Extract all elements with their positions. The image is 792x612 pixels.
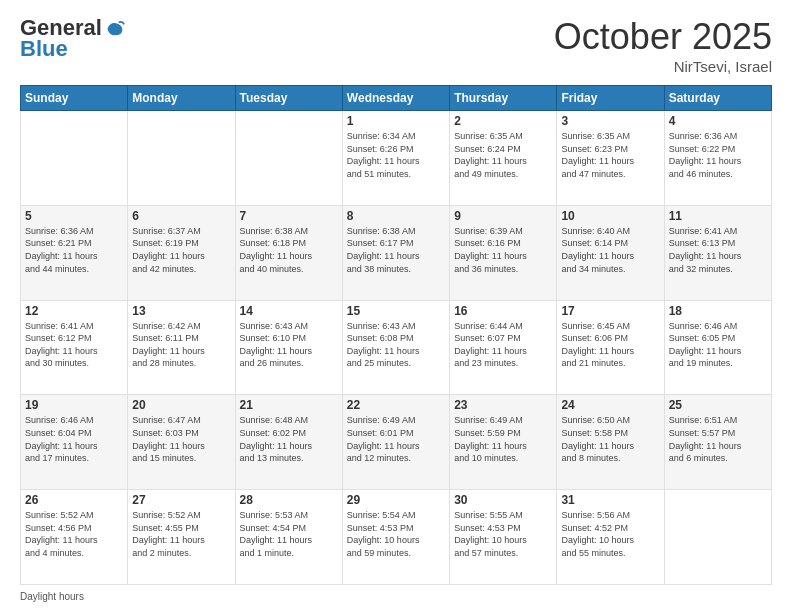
day-info: Sunrise: 6:47 AM Sunset: 6:03 PM Dayligh… xyxy=(132,414,230,464)
calendar-cell: 9Sunrise: 6:39 AM Sunset: 6:16 PM Daylig… xyxy=(450,205,557,300)
day-number: 4 xyxy=(669,114,767,128)
day-number: 6 xyxy=(132,209,230,223)
logo: General Blue xyxy=(20,16,126,62)
calendar-cell: 8Sunrise: 6:38 AM Sunset: 6:17 PM Daylig… xyxy=(342,205,449,300)
day-number: 17 xyxy=(561,304,659,318)
month-title: October 2025 xyxy=(554,16,772,58)
day-number: 7 xyxy=(240,209,338,223)
day-info: Sunrise: 6:51 AM Sunset: 5:57 PM Dayligh… xyxy=(669,414,767,464)
day-info: Sunrise: 6:50 AM Sunset: 5:58 PM Dayligh… xyxy=(561,414,659,464)
location: NirTsevi, Israel xyxy=(554,58,772,75)
day-info: Sunrise: 6:39 AM Sunset: 6:16 PM Dayligh… xyxy=(454,225,552,275)
day-info: Sunrise: 6:35 AM Sunset: 6:23 PM Dayligh… xyxy=(561,130,659,180)
day-number: 8 xyxy=(347,209,445,223)
footer: Daylight hours xyxy=(20,591,772,602)
day-info: Sunrise: 6:42 AM Sunset: 6:11 PM Dayligh… xyxy=(132,320,230,370)
calendar-cell: 25Sunrise: 6:51 AM Sunset: 5:57 PM Dayli… xyxy=(664,395,771,490)
week-row-2: 5Sunrise: 6:36 AM Sunset: 6:21 PM Daylig… xyxy=(21,205,772,300)
day-number: 31 xyxy=(561,493,659,507)
calendar-cell xyxy=(664,490,771,585)
calendar-cell: 29Sunrise: 5:54 AM Sunset: 4:53 PM Dayli… xyxy=(342,490,449,585)
calendar-cell xyxy=(235,111,342,206)
day-number: 20 xyxy=(132,398,230,412)
day-number: 12 xyxy=(25,304,123,318)
day-header-tuesday: Tuesday xyxy=(235,86,342,111)
calendar-cell: 11Sunrise: 6:41 AM Sunset: 6:13 PM Dayli… xyxy=(664,205,771,300)
day-info: Sunrise: 6:37 AM Sunset: 6:19 PM Dayligh… xyxy=(132,225,230,275)
day-number: 16 xyxy=(454,304,552,318)
day-number: 19 xyxy=(25,398,123,412)
day-info: Sunrise: 5:52 AM Sunset: 4:55 PM Dayligh… xyxy=(132,509,230,559)
day-info: Sunrise: 6:49 AM Sunset: 6:01 PM Dayligh… xyxy=(347,414,445,464)
day-header-sunday: Sunday xyxy=(21,86,128,111)
calendar-cell: 24Sunrise: 6:50 AM Sunset: 5:58 PM Dayli… xyxy=(557,395,664,490)
day-number: 25 xyxy=(669,398,767,412)
day-number: 26 xyxy=(25,493,123,507)
day-number: 30 xyxy=(454,493,552,507)
day-info: Sunrise: 5:53 AM Sunset: 4:54 PM Dayligh… xyxy=(240,509,338,559)
day-info: Sunrise: 5:55 AM Sunset: 4:53 PM Dayligh… xyxy=(454,509,552,559)
calendar-cell: 30Sunrise: 5:55 AM Sunset: 4:53 PM Dayli… xyxy=(450,490,557,585)
calendar-cell: 3Sunrise: 6:35 AM Sunset: 6:23 PM Daylig… xyxy=(557,111,664,206)
calendar-cell: 17Sunrise: 6:45 AM Sunset: 6:06 PM Dayli… xyxy=(557,300,664,395)
day-number: 5 xyxy=(25,209,123,223)
day-info: Sunrise: 6:36 AM Sunset: 6:21 PM Dayligh… xyxy=(25,225,123,275)
day-info: Sunrise: 6:43 AM Sunset: 6:08 PM Dayligh… xyxy=(347,320,445,370)
day-header-thursday: Thursday xyxy=(450,86,557,111)
calendar-body: 1Sunrise: 6:34 AM Sunset: 6:26 PM Daylig… xyxy=(21,111,772,585)
day-number: 13 xyxy=(132,304,230,318)
day-info: Sunrise: 6:35 AM Sunset: 6:24 PM Dayligh… xyxy=(454,130,552,180)
day-info: Sunrise: 6:44 AM Sunset: 6:07 PM Dayligh… xyxy=(454,320,552,370)
day-info: Sunrise: 5:56 AM Sunset: 4:52 PM Dayligh… xyxy=(561,509,659,559)
day-info: Sunrise: 6:41 AM Sunset: 6:12 PM Dayligh… xyxy=(25,320,123,370)
calendar-cell: 2Sunrise: 6:35 AM Sunset: 6:24 PM Daylig… xyxy=(450,111,557,206)
logo-icon xyxy=(104,17,126,39)
day-info: Sunrise: 6:46 AM Sunset: 6:04 PM Dayligh… xyxy=(25,414,123,464)
day-info: Sunrise: 6:46 AM Sunset: 6:05 PM Dayligh… xyxy=(669,320,767,370)
day-header-wednesday: Wednesday xyxy=(342,86,449,111)
week-row-4: 19Sunrise: 6:46 AM Sunset: 6:04 PM Dayli… xyxy=(21,395,772,490)
calendar-cell: 28Sunrise: 5:53 AM Sunset: 4:54 PM Dayli… xyxy=(235,490,342,585)
calendar-cell: 12Sunrise: 6:41 AM Sunset: 6:12 PM Dayli… xyxy=(21,300,128,395)
calendar-cell: 6Sunrise: 6:37 AM Sunset: 6:19 PM Daylig… xyxy=(128,205,235,300)
day-number: 1 xyxy=(347,114,445,128)
day-info: Sunrise: 6:49 AM Sunset: 5:59 PM Dayligh… xyxy=(454,414,552,464)
day-number: 27 xyxy=(132,493,230,507)
title-block: October 2025 NirTsevi, Israel xyxy=(554,16,772,75)
day-number: 22 xyxy=(347,398,445,412)
day-info: Sunrise: 6:45 AM Sunset: 6:06 PM Dayligh… xyxy=(561,320,659,370)
calendar-cell: 16Sunrise: 6:44 AM Sunset: 6:07 PM Dayli… xyxy=(450,300,557,395)
day-number: 3 xyxy=(561,114,659,128)
footer-label: Daylight hours xyxy=(20,591,84,602)
day-info: Sunrise: 6:48 AM Sunset: 6:02 PM Dayligh… xyxy=(240,414,338,464)
calendar-cell: 4Sunrise: 6:36 AM Sunset: 6:22 PM Daylig… xyxy=(664,111,771,206)
day-number: 29 xyxy=(347,493,445,507)
day-info: Sunrise: 5:54 AM Sunset: 4:53 PM Dayligh… xyxy=(347,509,445,559)
day-number: 15 xyxy=(347,304,445,318)
calendar-cell: 7Sunrise: 6:38 AM Sunset: 6:18 PM Daylig… xyxy=(235,205,342,300)
calendar-cell: 26Sunrise: 5:52 AM Sunset: 4:56 PM Dayli… xyxy=(21,490,128,585)
day-info: Sunrise: 6:38 AM Sunset: 6:18 PM Dayligh… xyxy=(240,225,338,275)
day-number: 11 xyxy=(669,209,767,223)
day-number: 24 xyxy=(561,398,659,412)
calendar-cell: 27Sunrise: 5:52 AM Sunset: 4:55 PM Dayli… xyxy=(128,490,235,585)
calendar: SundayMondayTuesdayWednesdayThursdayFrid… xyxy=(20,85,772,585)
week-row-3: 12Sunrise: 6:41 AM Sunset: 6:12 PM Dayli… xyxy=(21,300,772,395)
calendar-cell: 31Sunrise: 5:56 AM Sunset: 4:52 PM Dayli… xyxy=(557,490,664,585)
day-number: 14 xyxy=(240,304,338,318)
week-row-5: 26Sunrise: 5:52 AM Sunset: 4:56 PM Dayli… xyxy=(21,490,772,585)
calendar-cell: 19Sunrise: 6:46 AM Sunset: 6:04 PM Dayli… xyxy=(21,395,128,490)
day-info: Sunrise: 5:52 AM Sunset: 4:56 PM Dayligh… xyxy=(25,509,123,559)
calendar-cell: 13Sunrise: 6:42 AM Sunset: 6:11 PM Dayli… xyxy=(128,300,235,395)
header: General Blue October 2025 NirTsevi, Isra… xyxy=(20,16,772,75)
calendar-cell: 23Sunrise: 6:49 AM Sunset: 5:59 PM Dayli… xyxy=(450,395,557,490)
calendar-cell xyxy=(128,111,235,206)
calendar-cell: 1Sunrise: 6:34 AM Sunset: 6:26 PM Daylig… xyxy=(342,111,449,206)
day-number: 23 xyxy=(454,398,552,412)
calendar-cell: 5Sunrise: 6:36 AM Sunset: 6:21 PM Daylig… xyxy=(21,205,128,300)
day-info: Sunrise: 6:41 AM Sunset: 6:13 PM Dayligh… xyxy=(669,225,767,275)
day-info: Sunrise: 6:40 AM Sunset: 6:14 PM Dayligh… xyxy=(561,225,659,275)
calendar-cell: 15Sunrise: 6:43 AM Sunset: 6:08 PM Dayli… xyxy=(342,300,449,395)
calendar-cell: 21Sunrise: 6:48 AM Sunset: 6:02 PM Dayli… xyxy=(235,395,342,490)
day-number: 2 xyxy=(454,114,552,128)
